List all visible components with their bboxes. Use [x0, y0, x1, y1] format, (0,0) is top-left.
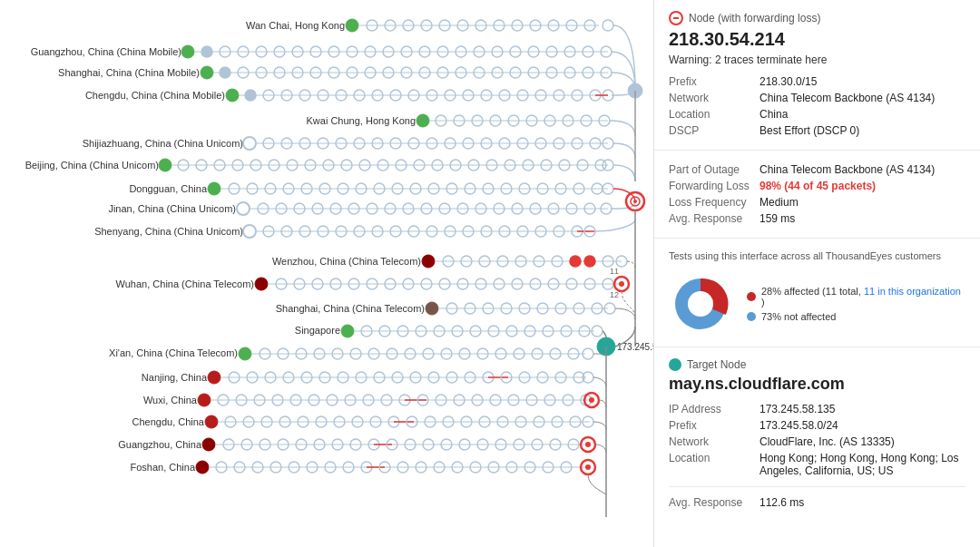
svg-point-20: [181, 45, 194, 58]
forwarding-loss-label: Forwarding Loss: [669, 178, 760, 194]
target-node-header: Target Node: [669, 358, 965, 371]
svg-text:Shanghai, China (China Mobile): Shanghai, China (China Mobile): [58, 67, 200, 78]
svg-point-432: [585, 442, 591, 447]
dscp-label: DSCP: [669, 122, 760, 139]
svg-text:Wenzhou, China (China Telecom): Wenzhou, China (China Telecom): [272, 256, 421, 267]
affected-label: 28% affected (11 total, 11 in this organ…: [761, 286, 965, 308]
part-of-outage-row: Part of Outage China Telecom Backbone (A…: [669, 161, 965, 178]
forwarding-loss-icon: [669, 11, 683, 25]
affected-link[interactable]: 11 in this organization: [864, 286, 961, 297]
svg-text:12: 12: [610, 290, 619, 299]
location-label: Location: [669, 106, 760, 122]
target-ip-label: IP Address: [669, 401, 760, 417]
svg-point-381: [589, 397, 594, 403]
svg-point-458: [585, 464, 591, 470]
loss-frequency-value: Medium: [760, 194, 965, 210]
svg-point-133: [159, 159, 172, 171]
node-info-section: Node (with forwarding loss) 218.30.54.21…: [654, 0, 980, 151]
target-avg-response-label: Avg. Response: [669, 494, 760, 511]
svg-point-356: [198, 394, 211, 406]
svg-point-434: [196, 461, 209, 474]
svg-point-460: [688, 291, 713, 317]
network-value: China Telecom Backbone (AS 4134): [760, 90, 965, 106]
svg-text:Chengdu, China: Chengdu, China: [132, 416, 204, 427]
svg-point-236: [422, 255, 435, 268]
part-of-outage-label: Part of Outage: [669, 161, 760, 178]
target-prefix-row: Prefix 173.245.58.0/24: [669, 417, 965, 434]
avg-response-label: Avg. Response: [669, 210, 760, 227]
svg-point-48: [220, 67, 230, 78]
svg-point-246: [584, 256, 595, 267]
svg-point-73: [245, 90, 256, 101]
not-affected-dot: [747, 312, 756, 321]
target-node-section: Target Node may.ns.cloudflare.com IP Add…: [654, 347, 980, 522]
network-diagram-panel: Wan Chai, Hong Kong Guangzhou, China (Ch…: [0, 0, 653, 547]
chart-title: Tests using this interface across all Th…: [669, 249, 965, 263]
target-location-label: Location: [669, 450, 760, 479]
node-type-label: Node (with forwarding loss): [689, 12, 820, 24]
prefix-label: Prefix: [669, 73, 760, 90]
part-of-outage-value: China Telecom Backbone (AS 4134): [760, 161, 965, 178]
svg-text:Beijing, China (China Unicom): Beijing, China (China Unicom): [25, 160, 159, 171]
svg-point-97: [416, 114, 429, 127]
svg-point-22: [201, 46, 212, 57]
svg-text:Dongguan, China: Dongguan, China: [129, 183, 208, 194]
pie-chart: [669, 272, 732, 336]
svg-point-251: [255, 278, 268, 290]
svg-text:Foshan, China: Foshan, China: [130, 462, 195, 473]
svg-text:Wuxi, China: Wuxi, China: [143, 395, 198, 405]
svg-point-276: [426, 302, 438, 315]
chart-area: 28% affected (11 total, 11 in this organ…: [669, 272, 965, 336]
node-ip: 218.30.54.214: [669, 29, 965, 50]
target-network-value: CloudFlare, Inc. (AS 13335): [760, 434, 965, 450]
not-affected-legend-item: 73% not affected: [747, 311, 965, 322]
node-details-table: Prefix 218.30.0/15 Network China Telecom…: [669, 73, 965, 139]
network-label: Network: [669, 90, 760, 106]
legend: 28% affected (11 total, 11 in this organ…: [747, 286, 965, 322]
location-value: China: [760, 106, 965, 122]
svg-point-408: [202, 438, 215, 451]
target-prefix-value: 173.245.58.0/24: [760, 417, 965, 434]
affected-legend-item: 28% affected (11 total, 11 in this organ…: [747, 286, 965, 308]
svg-text:Shenyang, China (China Unicom): Shenyang, China (China Unicom): [94, 226, 243, 237]
location-row: Location China: [669, 106, 965, 122]
svg-point-331: [208, 371, 220, 384]
target-avg-response-table: Avg. Response 112.6 ms: [669, 494, 965, 511]
target-network-label: Network: [669, 434, 760, 450]
svg-point-233: [633, 200, 637, 203]
dscp-value: Best Effort (DSCP 0): [760, 122, 965, 139]
target-node-dot: [669, 358, 681, 371]
target-node-label: Target Node: [687, 358, 746, 371]
svg-rect-1: [0, 0, 653, 547]
affected-dot: [747, 292, 756, 301]
svg-text:Wan Chai, Hong Kong: Wan Chai, Hong Kong: [246, 20, 345, 31]
prefix-row: Prefix 218.30.0/15: [669, 73, 965, 90]
target-node-name: may.ns.cloudflare.com: [669, 375, 965, 394]
loss-frequency-row: Loss Frequency Medium: [669, 194, 965, 210]
forwarding-loss-value: 98% (44 of 45 packets): [760, 178, 965, 194]
not-affected-label: 73% not affected: [761, 311, 836, 322]
target-location-value: Hong Kong; Hong Kong, Hong Kong; Los Ang…: [760, 450, 965, 479]
svg-text:Nanjing, China: Nanjing, China: [142, 372, 208, 383]
target-node-details-table: IP Address 173.245.58.135 Prefix 173.245…: [669, 401, 965, 479]
svg-point-273: [619, 281, 624, 287]
target-prefix-label: Prefix: [669, 417, 760, 434]
svg-text:Chengdu, China (China Mobile): Chengdu, China (China Mobile): [85, 90, 225, 101]
dscp-row: DSCP Best Effort (DSCP 0): [669, 122, 965, 139]
avg-response-value: 159 ms: [760, 210, 965, 227]
svg-point-289: [341, 325, 354, 337]
outage-section: Part of Outage China Telecom Backbone (A…: [654, 151, 980, 239]
svg-text:Shanghai, China (China Telecom: Shanghai, China (China Telecom): [276, 303, 425, 314]
svg-text:Wuhan, China (China Telecom): Wuhan, China (China Telecom): [116, 278, 254, 289]
svg-point-71: [226, 89, 239, 102]
svg-text:Kwai Chung, Hong Kong: Kwai Chung, Hong Kong: [307, 115, 416, 126]
svg-point-309: [239, 347, 251, 360]
outage-details-table: Part of Outage China Telecom Backbone (A…: [669, 161, 965, 227]
svg-text:Xi'an, China (China Telecom): Xi'an, China (China Telecom): [109, 347, 238, 358]
target-avg-response-row: Avg. Response 112.6 ms: [669, 494, 965, 511]
target-location-row: Location Hong Kong; Hong Kong, Hong Kong…: [669, 450, 965, 479]
svg-point-3: [346, 19, 358, 32]
chart-section: Tests using this interface across all Th…: [654, 239, 980, 347]
svg-text:Guangzhou, China: Guangzhou, China: [118, 439, 202, 450]
avg-response-row: Avg. Response 159 ms: [669, 210, 965, 227]
